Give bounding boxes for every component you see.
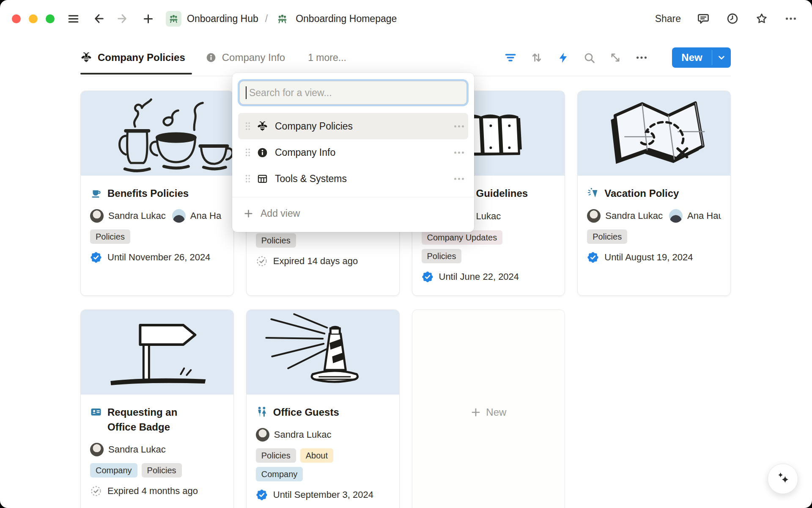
card-body: Requesting an Office Badge Sandra Lukac … [81,395,233,497]
tags-row: Policies [256,233,390,248]
tags-row: Policies About Company [256,448,362,481]
drag-handle-icon[interactable] [242,147,253,158]
verified-badge-icon [256,489,268,501]
view-toolbar: Company Policies Company Info 1 more... … [80,39,731,76]
tag-chip: Company [90,463,137,478]
add-view-button[interactable]: Add view [238,201,468,226]
favorite-star-icon[interactable] [755,12,768,25]
status-row: Expired 4 months ago [90,485,224,497]
tab-label: Company Info [222,52,285,64]
more-views-button[interactable]: 1 more... [308,52,346,64]
tag-chip: Policies [422,249,462,263]
tab-company-info[interactable]: Company Info [206,39,292,76]
expired-check-icon [256,255,268,267]
view-menu-item-company-info[interactable]: Company Info [238,139,468,166]
person-name: Sandra Lukac [605,210,663,221]
breadcrumb-page[interactable]: Onboarding Homepage [296,13,397,25]
person: Sandra Lukac [256,428,332,442]
status-text: Until September 3, 2024 [273,489,373,500]
view-item-options-icon[interactable] [454,125,464,127]
person: Sandra Lukac [90,443,166,456]
card-body: Benefits Policies Sandra Lukac Ana Ha Po… [81,176,233,263]
sidebar-menu-icon[interactable] [66,12,80,25]
share-button[interactable]: Share [655,13,681,25]
ai-assistant-button[interactable] [768,464,798,494]
view-menu-item-company-policies[interactable]: Company Policies [238,113,468,139]
card-cover-lighthouse-doodle [247,310,399,395]
info-icon [206,52,217,63]
card-office-badge[interactable]: Requesting an Office Badge Sandra Lukac … [80,309,234,508]
info-icon [257,147,268,158]
view-options-icon[interactable] [634,50,649,65]
avatar [90,209,104,223]
view-item-options-icon[interactable] [454,178,464,180]
tag-chip: About [300,448,333,463]
person-name: Sandra Lukac [108,444,166,455]
tag-chip: Policies [587,229,627,244]
filter-icon[interactable] [503,50,518,65]
minimize-window-button[interactable] [29,14,38,23]
status-row: Until August 19, 2024 [587,251,721,263]
view-search-input[interactable] [248,87,461,99]
new-button-label[interactable]: New [672,47,712,68]
card-title-row: Vacation Policy [587,186,721,201]
expired-check-icon [90,485,102,497]
tag-chip: Company [256,467,303,481]
add-view-label: Add view [261,208,300,219]
people-row: Sandra Lukac [256,428,390,442]
person: Ana Hau [669,209,721,223]
drag-handle-icon[interactable] [242,121,253,132]
nav-controls [66,12,155,25]
avatar [90,443,104,456]
forward-icon[interactable] [116,12,130,25]
view-item-options-icon[interactable] [454,152,464,154]
table-icon [257,173,268,185]
breadcrumb-root[interactable]: Onboarding Hub [187,13,258,25]
status-row: Until September 3, 2024 [256,489,390,501]
tag-chip: Policies [256,448,296,463]
status-text: Until June 22, 2024 [439,271,519,282]
card-office-guests[interactable]: Office Guests Sandra Lukac Policies Abou… [246,309,400,508]
card-benefits-policies[interactable]: Benefits Policies Sandra Lukac Ana Ha Po… [80,91,234,296]
person-name: Sandra Lukac [274,429,332,440]
view-search-box[interactable] [239,81,467,105]
card-cover-signpost-doodle [81,310,233,395]
avatar [256,428,269,442]
chevron-down-icon[interactable] [712,47,731,68]
tag-chip: Policies [256,233,296,248]
comments-icon[interactable] [697,12,710,25]
plus-icon [470,407,481,418]
automations-bolt-icon[interactable] [555,50,571,65]
expand-view-icon[interactable] [608,50,623,65]
tab-company-policies[interactable]: Company Policies [80,39,192,76]
zoom-window-button[interactable] [46,14,55,23]
avatar [172,209,186,223]
card-title-row: Requesting an Office Badge [90,405,187,434]
more-options-icon[interactable] [784,12,798,25]
new-page-icon[interactable] [141,12,155,25]
card-title: Benefits Policies [107,186,189,201]
card-cover-map-doodle [578,91,730,176]
avatar [669,209,683,223]
drag-handle-icon[interactable] [242,173,253,184]
bee-icon [257,121,268,132]
history-clock-icon[interactable] [726,12,739,25]
people-row: Sandra Lukac [90,443,224,456]
search-icon[interactable] [582,50,597,65]
meeting-people-icon [166,11,181,27]
new-card-button[interactable]: New [412,309,565,508]
coffee-cup-icon [90,187,102,199]
card-cover-mugs-doodle [81,91,233,176]
new-button[interactable]: New [672,47,731,68]
tag-chip: Company Updates [422,230,503,245]
sort-icon[interactable] [529,50,544,65]
card-vacation-policy[interactable]: Vacation Policy Sandra Lukac Ana Hau Pol… [577,91,731,296]
view-menu-item-tools-systems[interactable]: Tools & Systems [238,166,468,192]
people-row: Sandra Lukac Ana Hau [587,209,721,223]
app-window: Onboarding Hub / Onboarding Homepage Sha… [0,0,812,508]
text-caret [246,86,247,99]
card-title: Vacation Policy [604,186,679,201]
back-icon[interactable] [91,12,105,25]
close-window-button[interactable] [12,14,21,23]
tags-row: Policies [90,229,224,244]
